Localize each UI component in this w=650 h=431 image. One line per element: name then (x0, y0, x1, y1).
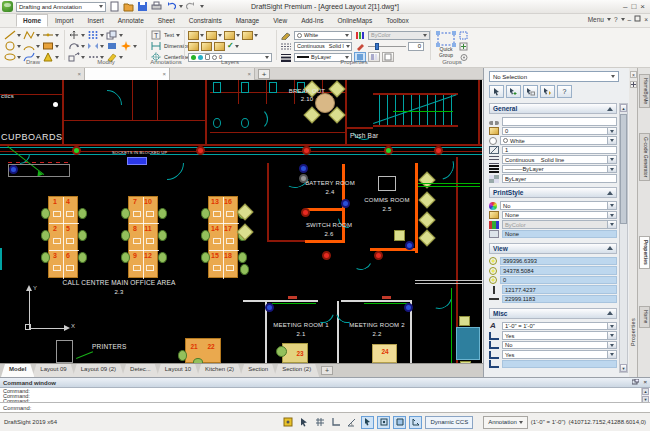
maximize-button[interactable]: □ (631, 2, 636, 11)
undo-dropdown-icon[interactable] (179, 5, 183, 8)
grid-toggle[interactable] (313, 416, 326, 429)
menu-tab-import[interactable]: Import (48, 14, 80, 27)
document-tab[interactable]: × (170, 68, 255, 80)
property-row-center-y[interactable]: 34378.5084 (489, 266, 617, 275)
property-value[interactable]: No (502, 341, 608, 350)
palette-pin-icon[interactable] (630, 81, 637, 88)
circle-tool[interactable] (4, 41, 21, 52)
side-tab-homebyme[interactable]: HomeByMe (639, 74, 650, 108)
document-tab[interactable]: × (0, 68, 85, 80)
property-row-print-style[interactable]: None (489, 211, 617, 220)
section-header-general[interactable]: General (489, 103, 617, 114)
section-header-misc[interactable]: Misc (489, 308, 617, 319)
command-window[interactable]: Command window × Command:Command:Command… (0, 377, 650, 412)
palette-close-button[interactable]: × (630, 71, 637, 78)
property-row-layer[interactable]: 0 (489, 127, 617, 136)
collapse-icon[interactable] (607, 311, 613, 315)
property-row-print-color[interactable]: No (489, 201, 617, 210)
property-row-ucs-name[interactable] (489, 360, 617, 369)
property-value[interactable]: ByColor (502, 220, 608, 229)
gravity-toggle[interactable] (393, 416, 406, 429)
dropdown-icon[interactable] (608, 341, 617, 350)
rotate-tool[interactable] (68, 41, 85, 52)
scroll-up-icon[interactable]: ▲ (642, 388, 649, 395)
menu-tab-toolbox[interactable]: Toolbox (379, 14, 415, 27)
dropdown-icon[interactable] (608, 136, 617, 145)
select-add-button[interactable] (506, 85, 521, 98)
bycolor-selector[interactable]: ByColor (368, 31, 430, 40)
snap-toggle[interactable] (281, 416, 294, 429)
new-document-tab-button[interactable]: + (258, 69, 270, 79)
sheet-tab-model[interactable]: Model (1, 364, 34, 377)
side-tab-home[interactable]: Home (639, 306, 650, 327)
scroll-up-icon[interactable]: ▲ (620, 104, 627, 112)
line-tool[interactable] (4, 30, 21, 41)
layer-isolate-button[interactable] (214, 42, 225, 51)
close-button[interactable]: × (640, 2, 645, 11)
property-row-height[interactable]: 12177.4237 (489, 285, 617, 294)
polyline-tool[interactable] (23, 30, 40, 41)
menu-tab-add-ins[interactable]: Add-Ins (294, 14, 330, 27)
lineweight-slider[interactable] (368, 42, 406, 51)
redo-button[interactable] (186, 1, 197, 12)
workspace-selector[interactable]: Drafting and Annotation (16, 2, 106, 12)
property-value[interactable]: 0 (500, 276, 617, 285)
dropdown-icon[interactable] (608, 155, 617, 164)
sheet-tab-section[interactable]: Section (240, 364, 276, 377)
doc-restore-icon[interactable] (634, 15, 641, 23)
sheet-tab-layout-09[interactable]: Layout 09 (32, 364, 74, 377)
explode-tool[interactable] (120, 41, 137, 52)
menu-button[interactable]: Menu (588, 16, 604, 23)
menu-tab-annotate[interactable]: Annotate (111, 14, 151, 27)
property-value[interactable]: ———ByLayer (502, 165, 608, 174)
dropdown-icon[interactable] (608, 220, 617, 229)
property-value[interactable]: 1 (502, 146, 617, 155)
property-row-line-style[interactable]: Continuous Solid line (489, 155, 617, 164)
dropdown-icon[interactable] (608, 201, 617, 210)
property-value[interactable]: No (500, 201, 608, 210)
add-sheet-button[interactable]: + (321, 366, 333, 375)
menu-tab-home[interactable]: Home (16, 14, 48, 27)
property-row-ucs-per-viewport[interactable]: Yes (489, 350, 617, 359)
group-edit-button[interactable] (458, 30, 470, 41)
copy-tool[interactable] (106, 30, 123, 41)
doc-minimize-button[interactable]: – (628, 16, 632, 23)
quick-select-button[interactable] (540, 85, 555, 98)
property-row-print-table[interactable]: None (489, 230, 617, 239)
close-icon[interactable]: × (77, 71, 81, 77)
property-row-print-color-table[interactable]: ByColor (489, 220, 617, 229)
dropdown-icon[interactable] (608, 322, 617, 331)
save-button[interactable] (137, 1, 148, 12)
property-row-width[interactable]: 22999.1183 (489, 295, 617, 304)
property-row-hyperlink[interactable] (489, 117, 617, 126)
property-row-transparency[interactable]: ByLayer (489, 174, 617, 183)
pattern-tool[interactable] (87, 30, 104, 41)
dropdown-icon[interactable] (608, 350, 617, 359)
layer-preview-button[interactable] (206, 31, 222, 40)
new-file-button[interactable] (109, 1, 120, 12)
property-value[interactable]: 12177.4237 (502, 285, 617, 294)
sheet-tab-detec-[interactable]: Detec... (122, 364, 159, 377)
undo-button[interactable] (165, 1, 176, 12)
menu-dropdown-icon[interactable] (607, 18, 611, 21)
property-value[interactable]: White (500, 136, 608, 145)
collapse-icon[interactable] (607, 246, 613, 250)
print-button[interactable] (151, 1, 162, 12)
pointer-toggle[interactable] (297, 416, 310, 429)
property-value[interactable]: Yes (502, 350, 608, 359)
palette-scrollbar[interactable]: ▲ ▼ (619, 103, 628, 373)
property-value[interactable] (502, 360, 617, 369)
menu-tab-constraints[interactable]: Constraints (182, 14, 229, 27)
layer-tools-button[interactable] (242, 31, 258, 40)
ortho-toggle[interactable] (329, 416, 342, 429)
property-row-center-x[interactable]: 399396.6393 (489, 257, 617, 266)
layers-manager-button[interactable] (188, 31, 204, 40)
property-value[interactable]: ByLayer (502, 174, 617, 183)
text-tool[interactable]: Text (164, 32, 174, 38)
open-file-button[interactable] (123, 1, 134, 12)
property-value[interactable]: Yes (502, 331, 608, 340)
collapse-icon[interactable] (607, 107, 613, 111)
scroll-down-icon[interactable]: ▼ (642, 396, 649, 403)
etrack-toggle[interactable] (377, 416, 390, 429)
minimize-button[interactable]: – (623, 2, 627, 11)
